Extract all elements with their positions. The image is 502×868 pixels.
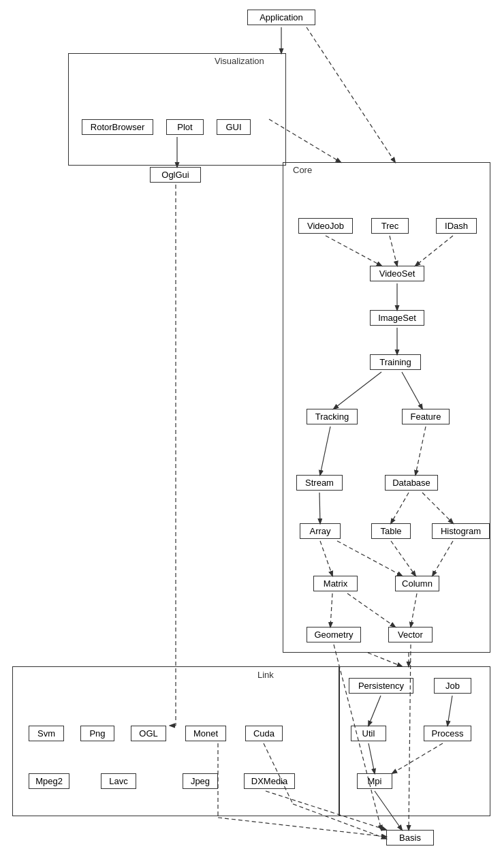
application-node: Application — [247, 10, 315, 25]
geometry-node: Geometry — [307, 627, 361, 642]
monet-node: Monet — [185, 726, 226, 741]
feature-node: Feature — [402, 409, 450, 424]
dxmedia-node: DXMedia — [244, 773, 295, 789]
vector-node: Vector — [388, 627, 433, 642]
basis-node: Basis — [386, 830, 434, 846]
png-node: Png — [80, 726, 114, 741]
stream-node: Stream — [296, 475, 343, 491]
mpi-node: Mpi — [357, 773, 392, 789]
oglgui-node: OglGui — [150, 167, 201, 183]
tracking-node: Tracking — [307, 409, 358, 424]
job-node: Job — [434, 678, 471, 694]
link-group — [12, 666, 339, 816]
process-node: Process — [424, 726, 471, 741]
rotorbrowser-node: RotorBrowser — [82, 119, 153, 135]
persistency-node: Persistency — [349, 678, 413, 694]
trec-node: Trec — [371, 218, 409, 234]
videojob-node: VideoJob — [298, 218, 353, 234]
imageset-node: ImageSet — [370, 310, 424, 326]
lavc-node: Lavc — [101, 773, 136, 789]
diagram: Visualization Core Link Application Roto… — [0, 0, 502, 868]
ogl-node: OGL — [131, 726, 166, 741]
svm-node: Svm — [29, 726, 64, 741]
visualization-group — [68, 53, 286, 166]
database-node: Database — [385, 475, 438, 491]
histogram-node: Histogram — [432, 523, 490, 539]
mpeg2-node: Mpeg2 — [29, 773, 69, 789]
idash-node: IDash — [436, 218, 477, 234]
column-node: Column — [395, 576, 439, 591]
gui-node: GUI — [217, 119, 251, 135]
visualization-label: Visualization — [215, 56, 264, 66]
training-node: Training — [370, 354, 421, 370]
svg-line-38 — [218, 818, 386, 837]
core-label: Core — [293, 165, 312, 175]
videoset-node: VideoSet — [370, 266, 424, 281]
cuda-node: Cuda — [245, 726, 283, 741]
plot-node: Plot — [166, 119, 204, 135]
matrix-node: Matrix — [313, 576, 358, 591]
table-node: Table — [371, 523, 411, 539]
svg-line-23 — [368, 653, 402, 666]
array-node: Array — [300, 523, 341, 539]
link-label: Link — [257, 670, 274, 680]
jpeg-node: Jpeg — [183, 773, 218, 789]
util-node: Util — [351, 726, 386, 741]
svg-line-2 — [307, 27, 395, 162]
